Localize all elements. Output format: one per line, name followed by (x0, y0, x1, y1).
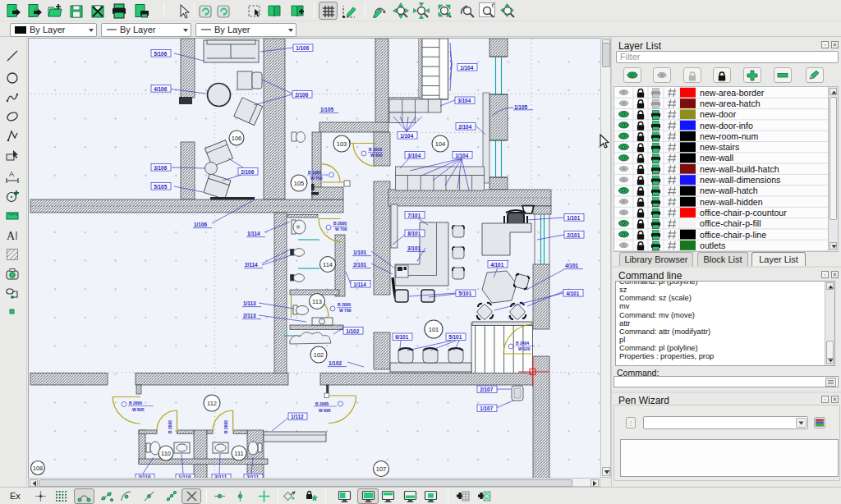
svg-text:new-wall-hidden: new-wall-hidden (700, 197, 763, 207)
svg-text:3/104: 3/104 (407, 153, 420, 158)
svg-text:office-chair-p-countour: office-chair-p-countour (700, 208, 787, 218)
svg-text:2/113: 2/113 (243, 313, 256, 318)
svg-text:W 895: W 895 (132, 407, 145, 412)
svg-text:W 700: W 700 (335, 227, 347, 231)
svg-text:1/105: 1/105 (320, 107, 333, 112)
svg-text:outlets: outlets (700, 241, 725, 250)
svg-text:B 2404: B 2404 (516, 341, 529, 346)
svg-text:office-chair-p-line: office-chair-p-line (700, 230, 766, 240)
svg-text:110: 110 (161, 450, 171, 457)
svg-text:1/106: 1/106 (296, 45, 309, 51)
svg-text:W 700: W 700 (339, 308, 352, 313)
svg-text:1/114: 1/114 (353, 282, 366, 287)
svg-text:5/101: 5/101 (458, 291, 471, 296)
svg-text:8/101: 8/101 (407, 231, 420, 236)
svg-text:2/104: 2/104 (458, 124, 471, 130)
svg-text:5/101: 5/101 (448, 334, 462, 340)
svg-text:4/101: 4/101 (566, 291, 579, 296)
svg-text:101: 101 (429, 326, 439, 333)
svg-text:4/101: 4/101 (490, 262, 503, 268)
svg-text:3/104: 3/104 (457, 98, 471, 103)
svg-text:1/105: 1/105 (514, 104, 527, 110)
svg-text:A: A (9, 170, 14, 178)
svg-text:3/106: 3/106 (154, 165, 167, 171)
svg-text:2/106: 2/106 (241, 169, 254, 175)
svg-text:B 1900: B 1900 (308, 170, 321, 175)
svg-text:new-door-info: new-door-info (700, 121, 753, 131)
svg-text:1/101: 1/101 (567, 215, 580, 221)
svg-text:new-area-border: new-area-border (700, 88, 765, 98)
svg-text:new-wall: new-wall (700, 153, 733, 163)
svg-text:114: 114 (323, 261, 333, 268)
svg-text:112: 112 (207, 400, 217, 407)
svg-text:106: 106 (232, 135, 242, 142)
svg-text:103: 103 (337, 140, 347, 148)
svg-text:B 2800: B 2800 (129, 401, 142, 405)
svg-text:2/106: 2/106 (295, 92, 308, 98)
svg-text:108: 108 (33, 465, 44, 472)
svg-text:2/107: 2/107 (480, 387, 493, 392)
svg-text:W 700: W 700 (310, 176, 323, 181)
svg-text:new-wall-hatch: new-wall-hatch (700, 186, 758, 195)
svg-text:7/101: 7/101 (407, 213, 420, 218)
svg-text:1/104: 1/104 (455, 153, 468, 158)
svg-text:4/106: 4/106 (154, 86, 167, 92)
svg-text:B 2020: B 2020 (369, 147, 382, 152)
svg-text:111: 111 (234, 450, 243, 457)
svg-text:B 2000: B 2000 (315, 401, 329, 406)
svg-text:B 2000: B 2000 (338, 302, 351, 307)
svg-text:105: 105 (294, 180, 305, 187)
svg-text:W 920: W 920 (518, 346, 531, 351)
svg-text:1/112: 1/112 (291, 414, 304, 419)
svg-text:1/107: 1/107 (480, 405, 493, 411)
svg-text:1/104: 1/104 (460, 65, 473, 71)
svg-text:2/101: 2/101 (353, 262, 366, 268)
svg-text:1/106: 1/106 (194, 222, 207, 227)
svg-text:5/105: 5/105 (154, 184, 167, 190)
svg-text:102: 102 (314, 351, 324, 359)
svg-text:5/106: 5/106 (154, 51, 167, 57)
svg-text:1/113: 1/113 (243, 300, 256, 306)
svg-text:1/102: 1/102 (346, 328, 359, 334)
svg-text:new-wall-build-hatch: new-wall-build-hatch (700, 164, 779, 174)
svg-text:B 2000: B 2000 (168, 420, 172, 433)
svg-text:B 2000: B 2000 (223, 420, 228, 433)
svg-text:new-wall-dimensions: new-wall-dimensions (700, 175, 780, 185)
svg-text:1/104: 1/104 (400, 133, 413, 139)
svg-text:new-room-num: new-room-num (700, 131, 758, 141)
svg-text:W 800: W 800 (370, 153, 383, 158)
svg-text:107: 107 (376, 465, 387, 473)
svg-text:new-area-hatch: new-area-hatch (700, 99, 761, 108)
svg-text:1/101: 1/101 (353, 250, 366, 255)
svg-text:1/102: 1/102 (329, 360, 342, 366)
svg-text:113: 113 (312, 298, 322, 305)
svg-text:2/101: 2/101 (567, 232, 580, 238)
svg-text:4/101: 4/101 (565, 263, 578, 268)
svg-text:new-stairs: new-stairs (700, 142, 739, 152)
svg-text:B 2000: B 2000 (333, 221, 347, 226)
svg-text:6/101: 6/101 (395, 334, 408, 340)
svg-text:office-chair-p-fill: office-chair-p-fill (700, 218, 761, 228)
svg-text:W 895: W 895 (319, 408, 331, 413)
svg-text:1/114: 1/114 (247, 231, 260, 236)
svg-text:2/114: 2/114 (245, 262, 258, 268)
svg-text:104: 104 (435, 140, 446, 148)
svg-text:new-door: new-door (700, 109, 737, 119)
svg-text:3/101: 3/101 (407, 245, 420, 251)
svg-text:A: A (7, 230, 16, 242)
